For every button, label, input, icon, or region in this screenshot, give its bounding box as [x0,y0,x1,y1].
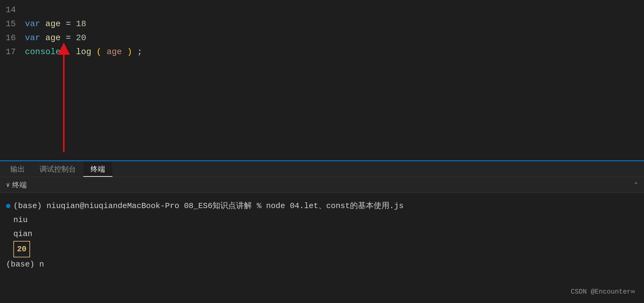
keyword-var-16: var [25,33,40,43]
open-paren: ( [96,47,101,57]
terminal-header: ∨ 终端 ⌃ [0,177,644,193]
line-content-17: console . log ( age ) ; [22,45,142,59]
keyword-var-15: var [25,19,40,29]
code-line-16: 16 var age = 20 [0,31,644,45]
var-name-age-15: age [45,19,60,29]
log-keyword: log [76,47,91,57]
number-20: 20 [76,33,86,43]
console-keyword: console [25,47,61,57]
semicolon: ; [137,47,142,57]
tab-output-label: 输出 [10,164,25,174]
terminal-body[interactable]: (base) niuqian@niuqiandeMacBook-Pro 08_E… [0,193,644,302]
terminal-dot-icon [6,204,10,208]
csdn-watermark: CSDN @Encounter∞ [571,285,635,299]
terminal-output-niu: niu [6,213,638,227]
terminal-next-prompt: (base) n [6,257,638,271]
tab-terminal[interactable]: 终端 [83,161,112,177]
number-18: 18 [76,19,86,29]
terminal-header-title: 终端 [12,180,27,190]
tab-debug-label: 调试控制台 [39,164,76,174]
tab-terminal-label: 终端 [91,164,105,174]
terminal-prompt-text: (base) niuqian@niuqiandeMacBook-Pro 08_E… [13,199,404,213]
empty-editor-space [0,59,644,143]
line-content-15: var age = 18 [22,17,86,31]
terminal-output-qian: qian [6,227,638,241]
output-number-highlighted: 20 [13,241,30,257]
editor-area: 14 15 var age = 18 16 var age = 20 17 co… [0,0,644,161]
line-number-14: 14 [0,3,22,17]
code-line-15: 15 var age = 18 [0,17,644,31]
age-argument: age [107,47,122,57]
terminal-output-20: 20 [6,241,638,257]
chevron-down-icon: ∨ [6,181,10,189]
tab-output[interactable]: 输出 [3,161,32,177]
line-number-15: 15 [0,17,22,31]
code-line-17: 17 console . log ( age ) ; [0,45,644,59]
terminal-prompt-line: (base) niuqian@niuqiandeMacBook-Pro 08_E… [6,199,638,213]
var-name-age-16: age [45,33,60,43]
terminal-next-prompt-text: (base) n [6,257,44,271]
line-content-16: var age = 20 [22,31,86,45]
maximize-icon[interactable]: ⌃ [634,181,638,189]
line-number-16: 16 [0,31,22,45]
tab-debug-console[interactable]: 调试控制台 [32,161,83,177]
code-line-14: 14 [0,3,644,17]
panel-section: 输出 调试控制台 终端 ∨ 终端 ⌃ (base) niuqian@niuqia… [0,161,644,302]
close-paren: ) [127,47,132,57]
line-number-17: 17 [0,45,22,59]
panel-tabs: 输出 调试控制台 终端 [0,161,644,177]
